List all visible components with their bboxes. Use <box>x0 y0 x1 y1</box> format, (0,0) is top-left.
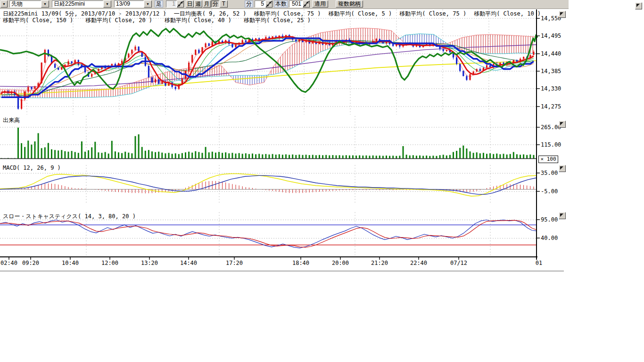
bar-interval-stepper[interactable]: 1 <box>166 0 184 8</box>
resize-nw-icon <box>636 4 640 7</box>
spinner-icon[interactable] <box>177 0 184 8</box>
pane-resize-button-macd[interactable] <box>559 165 566 172</box>
period-button-T[interactable]: T <box>220 0 228 8</box>
pane-resize-button-stoch[interactable] <box>559 212 566 219</box>
symbol-select[interactable]: 日経225mini ▼ <box>52 0 111 8</box>
resize-nw-icon <box>560 122 563 125</box>
resize-nw-icon <box>560 166 563 170</box>
multi-symbol-button[interactable]: 複数銘柄 <box>336 0 363 8</box>
chevron-down-icon: ▼ <box>103 0 111 8</box>
trading-app-window: 日経225mini 13/09( 5分, 2013/07/10 - 2013/0… <box>0 0 644 362</box>
bar-type-label: 足 <box>155 0 163 8</box>
resize-nw-icon <box>560 214 563 217</box>
period-button-月[interactable]: 月 <box>203 0 211 8</box>
spinner-icon[interactable] <box>303 0 310 8</box>
bar-count-value: 501 <box>289 0 303 8</box>
chevron-down-icon: ▼ <box>41 0 49 8</box>
window-resize-button[interactable] <box>635 2 642 9</box>
minute-label: 分 <box>245 0 253 8</box>
chevron-down-icon: ▼ <box>144 0 152 8</box>
chevron-down-icon: ▼ <box>0 0 8 8</box>
period-button-週[interactable]: 週 <box>194 0 202 8</box>
pane-resize-button-volume[interactable] <box>559 121 566 128</box>
instrument-type-select[interactable]: 先物 ▼ <box>9 0 49 8</box>
period-button-日[interactable]: 日 <box>186 0 194 8</box>
contract-month-value: 13/09 <box>114 0 144 8</box>
instrument-type-value: 先物 <box>9 0 41 8</box>
bar-count-stepper[interactable]: 501 <box>289 0 310 8</box>
symbol-value: 日経225mini <box>52 0 103 8</box>
chart-canvas[interactable] <box>0 0 644 283</box>
contract-month-select[interactable]: 13/09 ▼ <box>114 0 152 8</box>
mini-dropdown[interactable]: ▼ <box>0 0 8 8</box>
period-button-分[interactable]: 分 <box>211 0 219 8</box>
period-button-group: 日週月分T <box>186 0 231 8</box>
bar-interval-value: 1 <box>166 0 177 8</box>
spinner-icon[interactable] <box>265 0 272 8</box>
minute-value: 5 <box>255 0 265 8</box>
apply-button[interactable]: 適用 <box>312 0 328 8</box>
resize-nw-icon <box>560 12 563 16</box>
bar-count-label: 本数 <box>274 0 288 8</box>
pane-resize-button-price[interactable] <box>559 11 566 18</box>
minute-stepper[interactable]: 5 <box>255 0 272 8</box>
toolbar: ▼ 先物 ▼ 日経225mini ▼ 13/09 ▼ 足 1 日週月分T 分 5… <box>0 0 569 9</box>
